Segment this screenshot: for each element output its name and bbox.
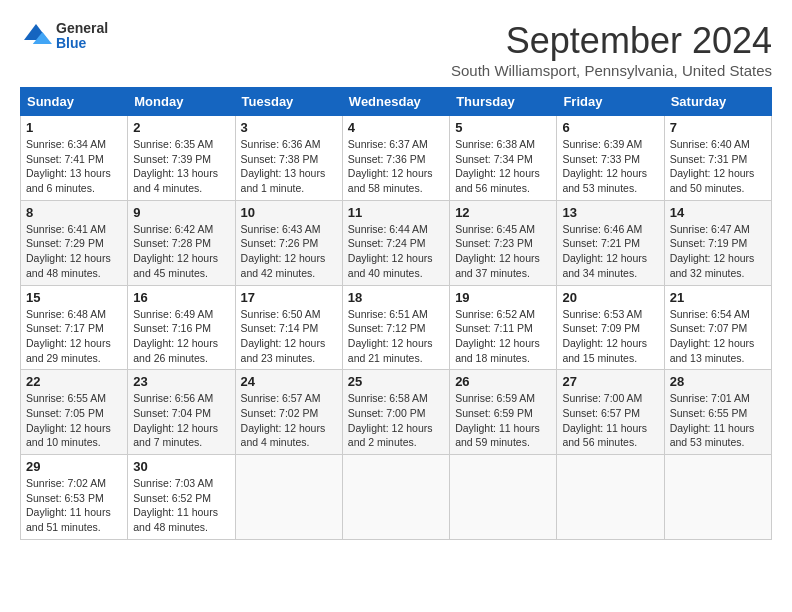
day-number: 5 — [455, 120, 551, 135]
table-row: 24Sunrise: 6:57 AMSunset: 7:02 PMDayligh… — [235, 370, 342, 455]
subtitle: South Williamsport, Pennsylvania, United… — [451, 62, 772, 79]
col-monday: Monday — [128, 88, 235, 116]
day-info: Sunrise: 6:53 AMSunset: 7:09 PMDaylight:… — [562, 307, 658, 366]
calendar-week-3: 15Sunrise: 6:48 AMSunset: 7:17 PMDayligh… — [21, 285, 772, 370]
day-info: Sunrise: 6:41 AMSunset: 7:29 PMDaylight:… — [26, 222, 122, 281]
table-row: 21Sunrise: 6:54 AMSunset: 7:07 PMDayligh… — [664, 285, 771, 370]
day-info: Sunrise: 6:39 AMSunset: 7:33 PMDaylight:… — [562, 137, 658, 196]
day-number: 15 — [26, 290, 122, 305]
table-row: 19Sunrise: 6:52 AMSunset: 7:11 PMDayligh… — [450, 285, 557, 370]
day-number: 9 — [133, 205, 229, 220]
col-tuesday: Tuesday — [235, 88, 342, 116]
col-friday: Friday — [557, 88, 664, 116]
day-number: 8 — [26, 205, 122, 220]
table-row: 8Sunrise: 6:41 AMSunset: 7:29 PMDaylight… — [21, 200, 128, 285]
table-row: 12Sunrise: 6:45 AMSunset: 7:23 PMDayligh… — [450, 200, 557, 285]
day-info: Sunrise: 6:56 AMSunset: 7:04 PMDaylight:… — [133, 391, 229, 450]
table-row: 14Sunrise: 6:47 AMSunset: 7:19 PMDayligh… — [664, 200, 771, 285]
day-info: Sunrise: 6:43 AMSunset: 7:26 PMDaylight:… — [241, 222, 337, 281]
day-number: 30 — [133, 459, 229, 474]
col-sunday: Sunday — [21, 88, 128, 116]
day-info: Sunrise: 6:45 AMSunset: 7:23 PMDaylight:… — [455, 222, 551, 281]
logo-blue: Blue — [56, 36, 108, 51]
month-title: September 2024 — [451, 20, 772, 62]
day-info: Sunrise: 6:44 AMSunset: 7:24 PMDaylight:… — [348, 222, 444, 281]
day-info: Sunrise: 6:57 AMSunset: 7:02 PMDaylight:… — [241, 391, 337, 450]
day-info: Sunrise: 7:02 AMSunset: 6:53 PMDaylight:… — [26, 476, 122, 535]
table-row — [557, 455, 664, 540]
table-row: 29Sunrise: 7:02 AMSunset: 6:53 PMDayligh… — [21, 455, 128, 540]
day-number: 29 — [26, 459, 122, 474]
table-row: 18Sunrise: 6:51 AMSunset: 7:12 PMDayligh… — [342, 285, 449, 370]
col-saturday: Saturday — [664, 88, 771, 116]
day-number: 23 — [133, 374, 229, 389]
day-number: 20 — [562, 290, 658, 305]
day-info: Sunrise: 7:00 AMSunset: 6:57 PMDaylight:… — [562, 391, 658, 450]
day-number: 17 — [241, 290, 337, 305]
day-number: 26 — [455, 374, 551, 389]
day-info: Sunrise: 6:50 AMSunset: 7:14 PMDaylight:… — [241, 307, 337, 366]
logo: General Blue — [20, 20, 108, 52]
table-row: 10Sunrise: 6:43 AMSunset: 7:26 PMDayligh… — [235, 200, 342, 285]
table-row: 22Sunrise: 6:55 AMSunset: 7:05 PMDayligh… — [21, 370, 128, 455]
day-info: Sunrise: 6:38 AMSunset: 7:34 PMDaylight:… — [455, 137, 551, 196]
calendar-week-5: 29Sunrise: 7:02 AMSunset: 6:53 PMDayligh… — [21, 455, 772, 540]
table-row: 16Sunrise: 6:49 AMSunset: 7:16 PMDayligh… — [128, 285, 235, 370]
day-info: Sunrise: 6:36 AMSunset: 7:38 PMDaylight:… — [241, 137, 337, 196]
day-info: Sunrise: 6:54 AMSunset: 7:07 PMDaylight:… — [670, 307, 766, 366]
table-row: 17Sunrise: 6:50 AMSunset: 7:14 PMDayligh… — [235, 285, 342, 370]
day-number: 2 — [133, 120, 229, 135]
table-row — [450, 455, 557, 540]
calendar: Sunday Monday Tuesday Wednesday Thursday… — [20, 87, 772, 540]
day-info: Sunrise: 7:03 AMSunset: 6:52 PMDaylight:… — [133, 476, 229, 535]
calendar-header-row: Sunday Monday Tuesday Wednesday Thursday… — [21, 88, 772, 116]
day-number: 11 — [348, 205, 444, 220]
table-row: 5Sunrise: 6:38 AMSunset: 7:34 PMDaylight… — [450, 116, 557, 201]
table-row: 6Sunrise: 6:39 AMSunset: 7:33 PMDaylight… — [557, 116, 664, 201]
table-row: 30Sunrise: 7:03 AMSunset: 6:52 PMDayligh… — [128, 455, 235, 540]
day-number: 6 — [562, 120, 658, 135]
table-row: 20Sunrise: 6:53 AMSunset: 7:09 PMDayligh… — [557, 285, 664, 370]
col-thursday: Thursday — [450, 88, 557, 116]
col-wednesday: Wednesday — [342, 88, 449, 116]
day-info: Sunrise: 6:37 AMSunset: 7:36 PMDaylight:… — [348, 137, 444, 196]
day-number: 19 — [455, 290, 551, 305]
logo-general: General — [56, 21, 108, 36]
day-info: Sunrise: 7:01 AMSunset: 6:55 PMDaylight:… — [670, 391, 766, 450]
table-row: 9Sunrise: 6:42 AMSunset: 7:28 PMDaylight… — [128, 200, 235, 285]
table-row: 26Sunrise: 6:59 AMSunset: 6:59 PMDayligh… — [450, 370, 557, 455]
day-number: 3 — [241, 120, 337, 135]
day-number: 21 — [670, 290, 766, 305]
day-number: 13 — [562, 205, 658, 220]
logo-text: General Blue — [56, 21, 108, 52]
table-row — [664, 455, 771, 540]
day-info: Sunrise: 6:35 AMSunset: 7:39 PMDaylight:… — [133, 137, 229, 196]
day-info: Sunrise: 6:34 AMSunset: 7:41 PMDaylight:… — [26, 137, 122, 196]
day-number: 27 — [562, 374, 658, 389]
day-info: Sunrise: 6:51 AMSunset: 7:12 PMDaylight:… — [348, 307, 444, 366]
day-number: 18 — [348, 290, 444, 305]
day-info: Sunrise: 6:42 AMSunset: 7:28 PMDaylight:… — [133, 222, 229, 281]
table-row: 1Sunrise: 6:34 AMSunset: 7:41 PMDaylight… — [21, 116, 128, 201]
table-row — [235, 455, 342, 540]
table-row: 25Sunrise: 6:58 AMSunset: 7:00 PMDayligh… — [342, 370, 449, 455]
table-row: 2Sunrise: 6:35 AMSunset: 7:39 PMDaylight… — [128, 116, 235, 201]
day-number: 16 — [133, 290, 229, 305]
day-number: 7 — [670, 120, 766, 135]
calendar-week-4: 22Sunrise: 6:55 AMSunset: 7:05 PMDayligh… — [21, 370, 772, 455]
day-number: 25 — [348, 374, 444, 389]
table-row: 11Sunrise: 6:44 AMSunset: 7:24 PMDayligh… — [342, 200, 449, 285]
table-row: 7Sunrise: 6:40 AMSunset: 7:31 PMDaylight… — [664, 116, 771, 201]
day-info: Sunrise: 6:48 AMSunset: 7:17 PMDaylight:… — [26, 307, 122, 366]
day-number: 28 — [670, 374, 766, 389]
logo-icon — [20, 20, 52, 52]
day-info: Sunrise: 6:52 AMSunset: 7:11 PMDaylight:… — [455, 307, 551, 366]
title-area: September 2024 South Williamsport, Penns… — [451, 20, 772, 79]
table-row: 15Sunrise: 6:48 AMSunset: 7:17 PMDayligh… — [21, 285, 128, 370]
calendar-week-1: 1Sunrise: 6:34 AMSunset: 7:41 PMDaylight… — [21, 116, 772, 201]
day-number: 22 — [26, 374, 122, 389]
day-info: Sunrise: 6:47 AMSunset: 7:19 PMDaylight:… — [670, 222, 766, 281]
day-number: 4 — [348, 120, 444, 135]
header: General Blue September 2024 South Willia… — [20, 20, 772, 79]
day-number: 14 — [670, 205, 766, 220]
